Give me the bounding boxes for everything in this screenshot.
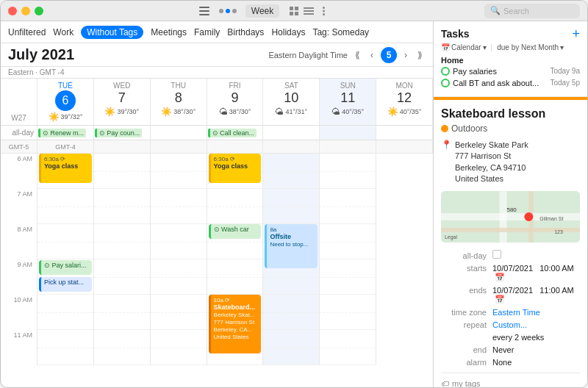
svg-text:Gillman St: Gillman St: [539, 216, 563, 221]
traffic-lights: [8, 7, 43, 15]
svg-rect-2: [199, 14, 209, 15]
task-text-0: Pay salaries: [453, 67, 497, 76]
prev-prev-button[interactable]: ⟪: [352, 48, 363, 62]
filter-meetings[interactable]: Meetings: [151, 27, 187, 37]
day-name-sat: SAT: [284, 82, 298, 90]
day-header-sun[interactable]: SUN 11 🌤40°/35°: [320, 79, 376, 125]
close-button[interactable]: [8, 7, 17, 15]
search-icon: 🔍: [490, 6, 501, 15]
allday-event-wed[interactable]: ⊙ Pay coun...: [95, 129, 143, 137]
allday-event-tue[interactable]: ⊙ Renew m...: [38, 129, 86, 137]
tasks-filter-calendar[interactable]: 📅 Calendar ▾: [441, 43, 487, 51]
allday-wed[interactable]: ⊙ Pay coun...: [94, 126, 151, 140]
allday-sat: [263, 126, 320, 140]
filter-tag-someday[interactable]: Tag: Someday: [312, 27, 369, 37]
day-header-mon[interactable]: MON 12 ☀️40°/35°: [376, 79, 433, 125]
calendar-panel: Unfiltered Work Without Tags Meetings Fa…: [1, 21, 433, 387]
event-pick-up[interactable]: Pick up stat...: [39, 277, 92, 292]
detail-category: Outdoors: [441, 123, 580, 134]
day-num-mon: 12: [397, 90, 412, 106]
tab-dot-1[interactable]: [219, 9, 223, 13]
filter-work[interactable]: Work: [53, 27, 74, 37]
event-yoga-sat[interactable]: 6:30a ⟳ Yoga class: [209, 154, 262, 183]
event-offsite[interactable]: 8a Offsite Need to stop...: [265, 224, 318, 268]
tasks-add-button[interactable]: +: [572, 27, 580, 40]
gmt-empty-3: [207, 140, 264, 153]
filter-birthdays[interactable]: Birthdays: [227, 27, 264, 37]
tasks-filter-due[interactable]: due by Next Month ▾: [497, 43, 564, 51]
col-thu[interactable]: [151, 154, 207, 365]
svg-rect-7: [304, 7, 314, 9]
event-wash-car[interactable]: ⊙ Wash car: [209, 224, 262, 239]
sidebar-toggle-button[interactable]: [198, 5, 210, 17]
svg-point-10: [323, 7, 325, 9]
minimize-button[interactable]: [21, 7, 30, 15]
category-dot: [441, 125, 448, 132]
week-view-label[interactable]: Week: [245, 4, 279, 18]
tasks-section: Tasks + 📅 Calendar ▾ | due by Next Month…: [434, 21, 587, 97]
menu-button[interactable]: [318, 5, 329, 17]
maximize-button[interactable]: [35, 7, 43, 15]
search-box[interactable]: 🔍 Search: [484, 4, 580, 18]
gmt-row: GMT-5 GMT-4: [1, 140, 433, 154]
allday-tue[interactable]: ⊙ Renew m...: [37, 126, 94, 140]
today-button[interactable]: 5: [381, 47, 397, 63]
day-header-thu[interactable]: THU 8 ☀️38°/30°: [151, 79, 207, 125]
day-header-sat[interactable]: SAT 10 🌤41°/31°: [263, 79, 320, 125]
svg-rect-8: [304, 10, 314, 12]
gmt-empty-2: [151, 140, 207, 153]
col-tue[interactable]: 6:30a ⟳ Yoga class ⊙ Pay salari... Pick …: [37, 154, 94, 365]
event-pay-salaries[interactable]: ⊙ Pay salari...: [39, 260, 92, 275]
time-grid-scroll[interactable]: 6 AM 7 AM 8 AM 9 AM 10 AM 11 AM: [1, 154, 433, 387]
task-check-1[interactable]: [441, 79, 450, 87]
tue-11: [37, 330, 93, 365]
event-skateboard[interactable]: 10a ⟳ Skateboard... Berkeley Skat... 777…: [209, 295, 262, 353]
tasks-group-label: Home: [441, 56, 580, 65]
time-7am: 7 AM: [1, 189, 37, 224]
next-next-button[interactable]: ⟫: [415, 48, 426, 62]
timezone-label: Eastern Daylight Time: [268, 51, 348, 60]
tags-icon: 🏷: [441, 379, 449, 387]
detail-end-row: end Never: [441, 345, 580, 354]
col-mon[interactable]: [320, 154, 376, 365]
detail-title: Skateboard lesson: [441, 107, 580, 121]
svg-point-12: [323, 13, 325, 15]
filter-holidays[interactable]: Holidays: [271, 27, 305, 37]
col-fri-sat[interactable]: 6:30a ⟳ Yoga class ⊙ Wash car 10a ⟳ Skat…: [207, 154, 264, 365]
prev-button[interactable]: ‹: [368, 48, 376, 62]
day-header-fri[interactable]: FRI 9 🌤38°/30°: [207, 79, 264, 125]
map-thumbnail: 580 Legal Gillman St 123: [441, 191, 580, 242]
allday-mon: [376, 126, 433, 140]
task-check-0[interactable]: [441, 67, 450, 76]
gmt-label: Eastern · GMT -4: [1, 67, 433, 79]
next-button[interactable]: ›: [401, 48, 410, 62]
filter-unfiltered[interactable]: Unfiltered: [8, 27, 46, 37]
col-wed[interactable]: [94, 154, 151, 365]
svg-point-19: [524, 212, 533, 221]
event-yoga-tue[interactable]: 6:30a ⟳ Yoga class: [39, 154, 92, 183]
day-header-tue[interactable]: TUE 6 ☀️39°/32°: [37, 79, 94, 125]
filter-family[interactable]: Family: [194, 27, 220, 37]
col-sun[interactable]: 8a Offsite Need to stop...: [263, 154, 320, 365]
filter-without-tags[interactable]: Without Tags: [81, 26, 143, 39]
tab-dot-3[interactable]: [232, 9, 237, 13]
day-header-wed[interactable]: WED 7 ☀️39°/30°: [94, 79, 151, 125]
grid-view-button[interactable]: [288, 5, 300, 17]
day-name-fri: FRI: [229, 82, 240, 90]
task-item-1: Call BT and ask about... Today 5p: [441, 79, 580, 87]
list-view-button[interactable]: [303, 5, 315, 17]
day-num-tue: 6: [55, 90, 76, 111]
allday-event-fri[interactable]: ⊙ Call clean...: [208, 129, 257, 137]
weather-wed: ☀️39°/30°: [104, 107, 139, 117]
detail-alarm-row: alarm None: [441, 358, 580, 367]
time-9am: 9 AM: [1, 259, 37, 295]
ends-cal-icon[interactable]: 📅: [495, 295, 505, 303]
detail-repeat-value: Custom...: [492, 320, 580, 329]
allday-checkbox[interactable]: [492, 250, 501, 259]
allday-fri[interactable]: ⊙ Call clean...: [207, 126, 264, 140]
tab-dot-2[interactable]: [226, 9, 230, 13]
starts-cal-icon[interactable]: 📅: [495, 273, 505, 281]
task-time-1: Today 5p: [550, 79, 580, 87]
weather-sat: 🌤41°/31°: [275, 107, 307, 117]
main-area: Unfiltered Work Without Tags Meetings Fa…: [1, 21, 587, 387]
